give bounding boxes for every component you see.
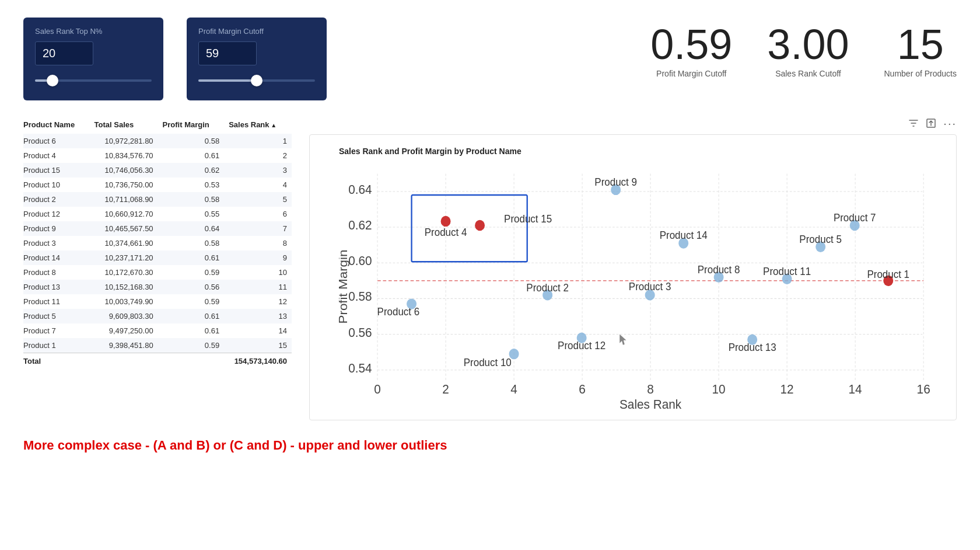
table-body: Product 610,972,281.800.581Product 410,8… [23, 134, 292, 353]
more-icon[interactable]: ··· [943, 118, 957, 131]
table-cell: 10,660,912.70 [90, 207, 158, 221]
kpi-profit-margin-label: Profit Margin Cutoff [650, 69, 732, 78]
svg-text:0.64: 0.64 [348, 182, 372, 197]
table-cell: Product 1 [23, 338, 90, 353]
kpi-profit-margin-value: 0.59 [650, 23, 732, 65]
table-cell: Product 7 [23, 323, 90, 338]
profit-margin-card: Profit Margin Cutoff 59 [187, 18, 327, 100]
table-cell: 7 [224, 221, 292, 236]
table-row: Product 79,497,250.000.6114 [23, 323, 292, 338]
table-cell: 14 [224, 323, 292, 338]
table-row: Product 1210,660,912.700.556 [23, 207, 292, 221]
svg-text:0.60: 0.60 [348, 253, 372, 269]
table-cell: 10,972,281.80 [90, 134, 158, 148]
table-cell: 2 [224, 148, 292, 163]
col-profit-margin: Profit Margin [158, 118, 225, 134]
table-cell: 0.59 [158, 294, 225, 309]
svg-text:8: 8 [647, 382, 654, 397]
table-cell: 9,609,803.30 [90, 309, 158, 323]
table-cell: Product 3 [23, 236, 90, 250]
svg-text:2: 2 [442, 382, 449, 397]
table-row: Product 310,374,661.900.588 [23, 236, 292, 250]
slider2-rail [198, 79, 315, 82]
table-row: Product 610,972,281.800.581 [23, 134, 292, 148]
table-cell: 10,736,750.00 [90, 177, 158, 192]
table-cell: 15 [224, 338, 292, 353]
svg-text:0.54: 0.54 [348, 360, 372, 375]
svg-text:Product 10: Product 10 [464, 356, 512, 368]
slider1-track[interactable] [35, 74, 152, 88]
table-cell: 9 [224, 250, 292, 265]
slider2-title: Profit Margin Cutoff [198, 27, 315, 36]
svg-text:14: 14 [849, 382, 862, 397]
table-cell: 0.58 [158, 192, 225, 207]
slider1-thumb[interactable] [47, 75, 58, 86]
table-cell: 0.61 [158, 323, 225, 338]
svg-text:Product 6: Product 6 [377, 305, 420, 318]
chart-title: Sales Rank and Profit Margin by Product … [339, 147, 944, 156]
point-product4[interactable] [441, 216, 451, 227]
table-cell: 0.58 [158, 134, 225, 148]
export-icon[interactable] [926, 118, 936, 131]
table-cell: 0.59 [158, 338, 225, 353]
point-product15[interactable] [475, 220, 485, 231]
svg-text:Product 15: Product 15 [504, 213, 552, 225]
kpi-sales-rank-value: 3.00 [767, 23, 849, 65]
table-cell: 0.55 [158, 207, 225, 221]
filter-icon[interactable] [908, 118, 919, 131]
svg-text:Product 12: Product 12 [558, 339, 606, 351]
table-cell: Product 5 [23, 309, 90, 323]
col-total-sales: Total Sales [90, 118, 158, 134]
footer-label: Total [23, 353, 90, 370]
table-cell: 10,746,056.30 [90, 163, 158, 177]
table-cell: Product 4 [23, 148, 90, 163]
slider2-thumb[interactable] [251, 75, 262, 86]
table-cell: Product 12 [23, 207, 90, 221]
svg-text:Product 2: Product 2 [526, 282, 569, 294]
table-cell: Product 13 [23, 280, 90, 294]
slider2-track[interactable] [198, 74, 315, 88]
slider2-value[interactable]: 59 [198, 41, 257, 65]
svg-text:Product 7: Product 7 [834, 211, 876, 224]
svg-text:0.58: 0.58 [348, 289, 372, 304]
table-row: Product 1410,237,171.200.619 [23, 250, 292, 265]
kpi-num-products-label: Number of Products [884, 69, 957, 78]
table-row: Product 410,834,576.700.612 [23, 148, 292, 163]
svg-text:Product 4: Product 4 [425, 227, 467, 239]
table-cell: 0.62 [158, 163, 225, 177]
table-cell: Product 14 [23, 250, 90, 265]
table-cell: 9,398,451.80 [90, 338, 158, 353]
table-cell: 0.61 [158, 250, 225, 265]
table-row: Product 59,609,803.300.6113 [23, 309, 292, 323]
table-cell: Product 2 [23, 192, 90, 207]
table-cell: 13 [224, 309, 292, 323]
table-cell: 10,237,171.20 [90, 250, 158, 265]
slider2-fill [198, 79, 257, 82]
svg-text:Product 9: Product 9 [594, 176, 637, 188]
svg-text:Product 14: Product 14 [660, 229, 708, 242]
table-cell: 6 [224, 207, 292, 221]
svg-text:Product 5: Product 5 [799, 233, 842, 245]
table-cell: 10,711,068.90 [90, 192, 158, 207]
chart-container: Sales Rank and Profit Margin by Product … [309, 134, 957, 420]
svg-text:0.56: 0.56 [348, 325, 372, 340]
table-cell: 10,003,749.90 [90, 294, 158, 309]
col-sales-rank[interactable]: Sales Rank [224, 118, 292, 134]
top-row: Sales Rank Top N% 20 Profit Margin Cutof… [23, 18, 957, 100]
svg-text:6: 6 [579, 382, 586, 397]
table-cell: 8 [224, 236, 292, 250]
table-cell: Product 6 [23, 134, 90, 148]
table-cell: 0.53 [158, 177, 225, 192]
table-cell: 10,834,576.70 [90, 148, 158, 163]
table-cell: 1 [224, 134, 292, 148]
svg-text:12: 12 [780, 382, 794, 397]
table-cell: 3 [224, 163, 292, 177]
slider1-value[interactable]: 20 [35, 41, 93, 65]
table-cell: 5 [224, 192, 292, 207]
slider1-rail [35, 79, 152, 82]
table-row: Product 210,711,068.900.585 [23, 192, 292, 207]
table-cell: Product 15 [23, 163, 90, 177]
svg-text:Product 13: Product 13 [729, 341, 776, 353]
table-cell: 0.64 [158, 221, 225, 236]
slider1-title: Sales Rank Top N% [35, 27, 152, 36]
